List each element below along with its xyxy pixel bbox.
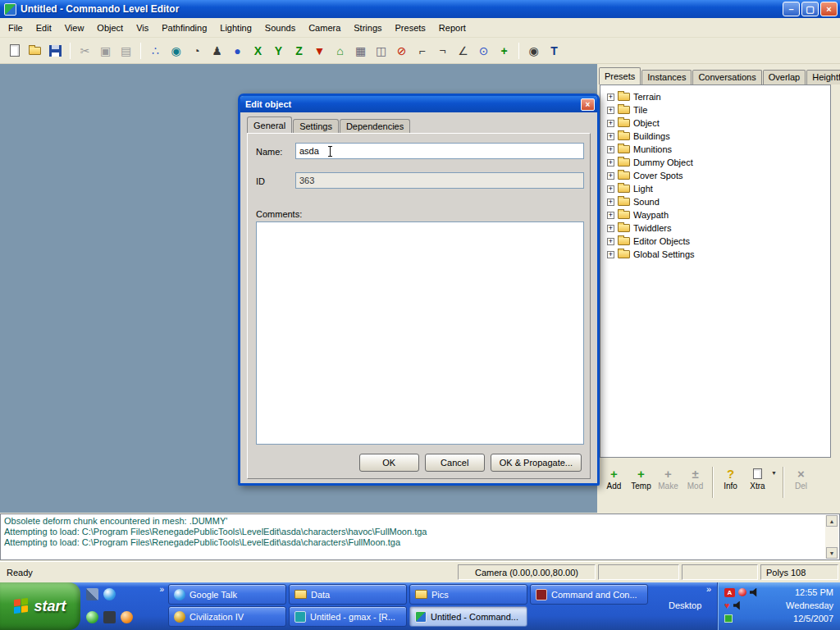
dialog-titlebar[interactable]: Edit object × [240,96,597,112]
temp-button[interactable]: + Temp [628,465,655,491]
angle-tool-icon[interactable]: ∠ [454,41,472,60]
taskbar-button-command-and-conquer[interactable]: Command and Con... [530,584,648,605]
info-button[interactable]: ? Info [717,465,744,491]
walk-tool-icon[interactable]: ♟ [208,41,226,60]
xtra-dropdown-arrow[interactable] [771,465,779,476]
name-field[interactable]: asda [295,143,584,159]
axis-z-icon[interactable]: Z [290,41,308,60]
tab-overlap[interactable]: Overlap [763,70,806,84]
alert-tray-icon[interactable] [738,588,746,596]
quick-launch-icon-5[interactable] [121,611,133,623]
tab-dependencies[interactable]: Dependencies [340,119,410,133]
chat-tool-icon[interactable]: ● [228,41,247,60]
taskbar-button-data[interactable]: Data [289,584,407,605]
orbit-tool-icon[interactable]: ◉ [167,41,185,60]
menu-strings[interactable]: Strings [347,20,388,36]
dialog-close-button[interactable]: × [581,98,595,111]
rotate-tool-icon[interactable]: ◔ [187,41,206,60]
box-tool-icon[interactable]: ▦ [351,41,370,60]
xtra-button[interactable]: Xtra [744,465,771,491]
expand-icon[interactable] [607,199,614,206]
axis-x-icon[interactable]: X [249,41,267,60]
expand-icon[interactable] [607,107,614,114]
expand-icon[interactable] [607,185,614,193]
text-cursor-icon[interactable]: T [545,41,564,60]
expand-icon[interactable] [607,212,614,219]
building-tool-icon[interactable]: ⌂ [331,41,349,60]
taskbar-button-civilization[interactable]: Civilization IV [168,606,286,627]
eye-icon[interactable]: ◉ [524,41,543,60]
paste-icon[interactable]: ▤ [116,41,135,60]
menu-report[interactable]: Report [432,20,472,36]
menu-camera[interactable]: Camera [302,20,347,36]
minimize-button[interactable]: – [783,2,800,16]
ok-propagate-button[interactable]: OK & Propagate... [491,454,582,472]
menu-edit[interactable]: Edit [30,20,58,36]
tree-item[interactable]: Global Settings [600,248,830,261]
cancel-button[interactable]: Cancel [425,454,485,472]
tree-item[interactable]: Light [600,182,830,195]
save-icon[interactable] [46,41,65,60]
mod-button[interactable]: ± Mod [682,465,709,491]
tree-item[interactable]: Object [600,116,830,130]
expand-icon[interactable] [607,120,614,127]
quick-launch-chevron-icon[interactable] [159,585,164,594]
comments-field[interactable] [256,221,584,445]
del-button[interactable]: × Del [788,465,815,491]
expand-icon[interactable] [607,133,614,140]
expand-icon[interactable] [607,172,614,180]
log-scrollbar[interactable] [825,515,838,559]
volume2-tray-icon[interactable] [733,601,742,610]
taskbar-button-google-talk[interactable]: Google Talk [168,584,286,605]
make-button[interactable]: + Make [655,465,682,491]
tab-presets[interactable]: Presets [599,67,641,84]
menu-pathfinding[interactable]: Pathfinding [155,20,213,36]
tab-instances[interactable]: Instances [641,70,692,84]
expand-icon[interactable] [607,251,614,258]
menu-vis[interactable]: Vis [130,20,155,36]
taskbar-button-pics[interactable]: Pics [409,584,527,605]
tab-settings[interactable]: Settings [293,119,339,133]
menu-object[interactable]: Object [90,20,130,36]
clock-time[interactable]: 12:55 PM [795,587,833,597]
spheres-tool-icon[interactable]: ⊙ [474,41,493,60]
cut-icon[interactable]: ✂ [75,41,94,60]
tree-item[interactable]: Buildings [600,130,830,143]
tree-item[interactable]: Tile [600,103,830,116]
close-button[interactable]: × [820,2,838,16]
tree-item[interactable]: Dummy Object [600,156,830,169]
new-icon[interactable] [5,41,24,60]
menu-view[interactable]: View [58,20,91,36]
plus-tool-icon[interactable]: + [495,41,514,60]
ati-tray-icon[interactable]: A [724,588,735,597]
tree-item[interactable]: Editor Objects [600,235,830,248]
tab-heightfield[interactable]: Heightfield [806,70,840,84]
weapon-tool-icon[interactable]: ⌐ [413,41,431,60]
no-entry-icon[interactable]: ⊘ [392,41,411,60]
monitor-tool-icon[interactable]: ◫ [372,41,390,60]
tree-item[interactable]: Sound [600,195,830,208]
start-button[interactable]: start [0,582,80,630]
scroll-down-icon[interactable] [826,547,838,559]
sprinkle-tool-icon[interactable]: ∴ [146,41,165,60]
tab-general[interactable]: General [247,116,292,133]
tree-item[interactable]: Cover Spots [600,169,830,182]
menu-sounds[interactable]: Sounds [258,20,302,36]
tab-conversations[interactable]: Conversations [692,70,761,84]
expand-icon[interactable] [607,238,614,245]
quick-launch-icon-3[interactable] [86,611,98,623]
weapon2-tool-icon[interactable]: ¬ [433,41,452,60]
tree-item[interactable]: Munitions [600,143,830,156]
expand-icon[interactable] [607,94,614,101]
green-tray-icon[interactable] [724,614,733,623]
scroll-up-icon[interactable] [826,515,838,527]
heart-tray-icon[interactable]: ♥ [724,601,730,610]
restore-button[interactable]: ▢ [801,2,819,16]
desktop-chevron-icon[interactable] [706,584,711,594]
open-icon[interactable] [25,41,44,60]
quick-launch-icon-4[interactable] [103,611,116,623]
menu-presets[interactable]: Presets [389,20,432,36]
tree-item[interactable]: Twiddlers [600,221,830,235]
axis-y-icon[interactable]: Y [269,41,288,60]
desktop-toolbar[interactable]: Desktop [652,582,716,630]
